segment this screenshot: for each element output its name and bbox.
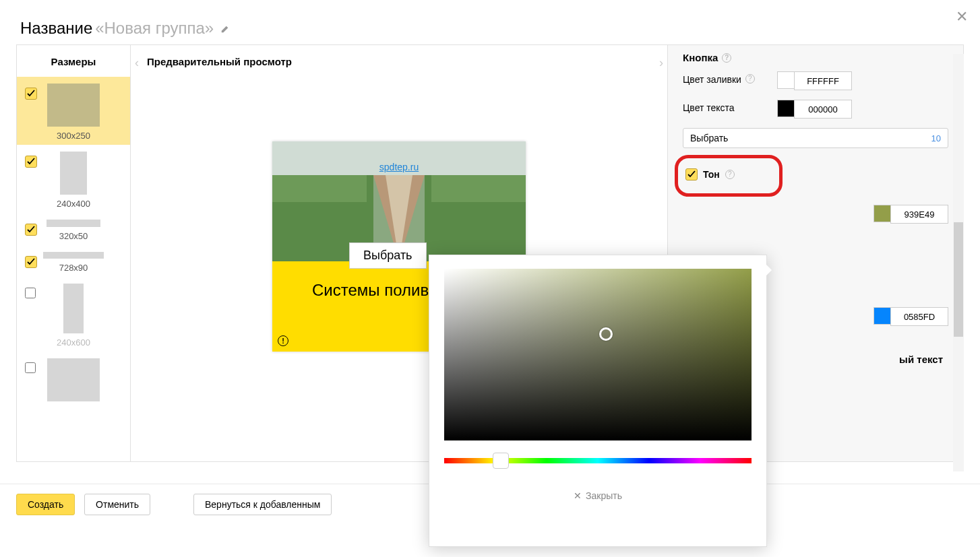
svg-rect-7 <box>431 175 526 202</box>
size-item[interactable]: 300x250 <box>17 77 130 145</box>
scrollbar[interactable] <box>953 54 964 471</box>
fill-color-label: Цвет заливки ? <box>683 71 777 85</box>
hue-thumb[interactable] <box>493 453 509 469</box>
size-checkbox[interactable] <box>25 362 36 373</box>
close-icon: ✕ <box>574 490 582 501</box>
page-title-value: «Новая группа» <box>95 19 214 37</box>
size-item[interactable]: 240x400 <box>17 145 130 213</box>
color-field[interactable] <box>444 269 752 440</box>
size-thumb <box>60 152 87 195</box>
size-item[interactable]: 240x600 <box>17 277 130 352</box>
section-partial-text: ый текст <box>899 354 943 365</box>
hue-slider[interactable] <box>444 458 752 463</box>
colorpicker-close-button[interactable]: ✕Закрыть <box>444 490 752 501</box>
ad-domain: spdtep.ru <box>379 162 419 172</box>
tone-color-input[interactable] <box>890 205 948 224</box>
text-color-input[interactable] <box>794 100 852 119</box>
button-text-count: 10 <box>931 133 941 143</box>
size-item[interactable] <box>17 352 130 409</box>
tone-color-swatch[interactable] <box>874 205 891 222</box>
ad-cta-button: Выбрать <box>349 242 427 269</box>
help-icon[interactable]: ? <box>745 74 755 84</box>
size-thumb <box>47 220 100 227</box>
fill-color-input[interactable] <box>794 71 852 90</box>
size-label: 240x400 <box>57 199 90 209</box>
text-color-label: Цвет текста <box>683 100 777 113</box>
tone-label: Тон <box>703 169 720 180</box>
link-color-input[interactable] <box>890 307 948 326</box>
size-checkbox[interactable] <box>25 288 36 298</box>
size-checkbox[interactable] <box>25 88 36 98</box>
text-color-swatch[interactable] <box>777 100 795 117</box>
svg-rect-6 <box>272 175 367 202</box>
back-button[interactable]: Вернуться к добавленным <box>193 494 332 515</box>
size-thumb <box>63 284 84 333</box>
sizes-header: Размеры <box>17 45 130 77</box>
size-item[interactable]: 320x50 <box>17 213 130 245</box>
size-checkbox[interactable] <box>25 156 36 166</box>
help-icon[interactable]: ? <box>722 53 731 63</box>
tone-checkbox[interactable] <box>685 168 698 181</box>
button-text-value: Выбрать <box>690 133 728 143</box>
preview-next-icon[interactable]: › <box>659 56 663 70</box>
link-color-swatch[interactable] <box>874 307 891 325</box>
section-button-title: Кнопка ? <box>683 52 948 63</box>
cancel-button[interactable]: Отменить <box>84 494 150 515</box>
sizes-panel: Размеры 300x250240x400320x50728x90240x60… <box>16 44 131 462</box>
preview-title: Предварительный просмотр <box>147 56 292 67</box>
size-checkbox[interactable] <box>25 256 36 267</box>
size-label: 300x250 <box>57 131 90 141</box>
size-thumb <box>43 252 104 259</box>
close-icon[interactable]: ✕ <box>956 8 968 26</box>
popup-arrow-icon <box>766 265 772 275</box>
size-thumb <box>47 84 100 127</box>
ad-warning-icon: ! <box>278 335 288 346</box>
page-title-label: Название <box>20 19 92 37</box>
size-checkbox[interactable] <box>25 224 36 234</box>
size-thumb <box>47 358 100 401</box>
edit-icon[interactable] <box>220 24 230 34</box>
fill-color-swatch[interactable] <box>777 71 795 89</box>
color-cursor[interactable] <box>599 327 613 341</box>
help-icon[interactable]: ? <box>725 170 735 179</box>
size-item[interactable]: 728x90 <box>17 245 130 277</box>
create-button[interactable]: Создать <box>16 494 75 515</box>
button-text-input[interactable]: Выбрать 10 <box>683 128 948 148</box>
preview-prev-icon[interactable]: ‹ <box>135 56 139 70</box>
size-label: 320x50 <box>59 231 88 241</box>
size-label: 728x90 <box>59 263 88 273</box>
size-label: 240x600 <box>57 337 90 348</box>
color-picker: ✕Закрыть <box>429 255 767 547</box>
